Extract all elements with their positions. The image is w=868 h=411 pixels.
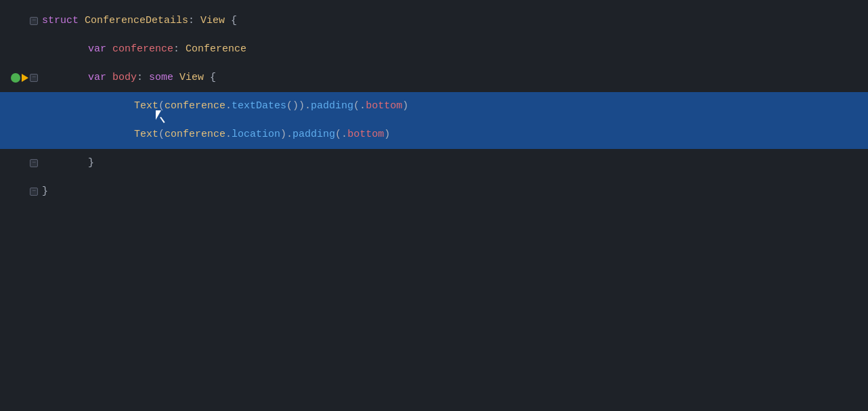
token-body: body — [112, 64, 137, 92]
token-closeparen-5: ). — [280, 121, 292, 149]
token-closeparen-4: ()). — [286, 92, 311, 121]
token-text-4: Text — [134, 92, 158, 121]
fold-icon-6[interactable] — [30, 159, 38, 167]
token-end-4: ) — [402, 92, 408, 121]
token-padding-4: padding — [311, 92, 353, 121]
token-dotparen-5: (. — [335, 121, 347, 149]
gutter-line-5 — [0, 121, 42, 149]
token-location: location — [232, 121, 280, 149]
token-colon-3: : — [137, 64, 149, 92]
code-line-1: struct ConferenceDetails: View { — [0, 7, 868, 35]
line-code-6: } — [42, 149, 94, 177]
token-method-4: textDates — [232, 92, 286, 121]
gutter-line-3 — [0, 64, 42, 92]
line-code-4: Text(conference.textDates()).padding(.bo… — [42, 92, 408, 121]
token-brace: { — [225, 7, 237, 35]
line-code-3: var body: some View { — [42, 64, 216, 92]
gutter-line-6 — [0, 149, 42, 177]
code-line-6: } — [0, 149, 868, 177]
token-typename: ConferenceDetails — [85, 7, 188, 35]
token-conf-ref-5: conference — [165, 121, 225, 149]
token-prop-2: conference — [112, 35, 173, 64]
token-end-5: ) — [384, 121, 390, 149]
token-bottom-4: bottom — [366, 92, 402, 121]
fold-icon-1[interactable] — [30, 17, 38, 25]
token-view-3: View — [173, 64, 210, 92]
token-conftype: Conference — [186, 35, 246, 64]
line-code-2: var conference: Conference — [42, 35, 246, 64]
token-bottom-5: bottom — [347, 121, 384, 149]
token-view: View — [200, 7, 225, 35]
code-line-4: Text(conference.textDates()).padding(.bo… — [0, 92, 868, 121]
token-paren-4: ( — [158, 92, 165, 121]
token-colon: : — [188, 7, 200, 35]
token-dot-4: . — [225, 92, 232, 121]
token-dotparen-4: (. — [353, 92, 366, 121]
token-struct: struct — [42, 7, 85, 35]
token-dot-5: . — [225, 121, 232, 149]
code-line-2: var conference: Conference — [0, 35, 868, 64]
fold-icon-3[interactable] — [30, 74, 38, 82]
token-closebrace-7: } — [42, 177, 48, 206]
line-code-7: } — [42, 177, 48, 206]
token-some: some — [149, 64, 173, 92]
token-var-2: var — [88, 35, 112, 64]
debug-dot — [11, 73, 20, 83]
token-text-5: Text — [134, 121, 158, 149]
token-paren-5: ( — [158, 121, 165, 149]
gutter-line-4 — [0, 92, 42, 121]
debug-arrow — [22, 74, 28, 82]
gutter-line-2 — [0, 35, 42, 64]
token-brace-3: { — [210, 64, 216, 92]
token-conf-ref-4: conference — [165, 92, 225, 121]
token-var-3: var — [88, 64, 112, 92]
code-line-7: } — [0, 177, 868, 206]
line-code-1: struct ConferenceDetails: View { — [42, 7, 237, 35]
gutter-line-7 — [0, 177, 42, 206]
editor-container: struct ConferenceDetails: View { var con… — [0, 0, 868, 411]
code-line-3: var body: some View { — [0, 64, 868, 92]
token-colon-2: : — [173, 35, 186, 64]
gutter-line-1 — [0, 7, 42, 35]
line-code-5: Text(conference.location).padding(.botto… — [42, 121, 390, 149]
fold-icon-7[interactable] — [30, 188, 38, 196]
token-padding-5: padding — [292, 121, 335, 149]
code-line-5: Text(conference.location).padding(.botto… — [0, 121, 868, 149]
token-closebrace-6: } — [88, 149, 94, 177]
